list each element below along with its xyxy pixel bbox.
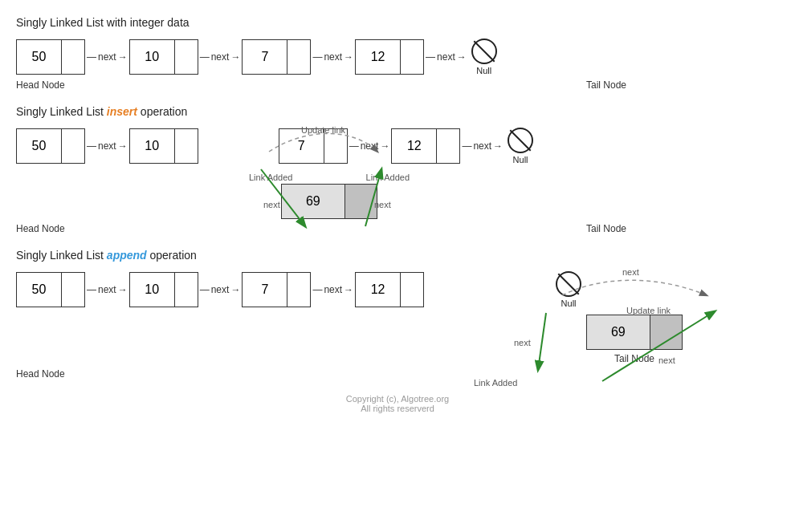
s2-arrow-4: —next→ <box>460 140 504 152</box>
tail-label-1: Tail Node <box>586 79 626 91</box>
footer-line2: All rights reserverd <box>16 404 779 413</box>
s3-node-50: 50 <box>16 272 85 307</box>
section1-list-row: 50 —next→ 10 —next→ <box>16 39 779 75</box>
s3-head-label: Head Node <box>16 368 84 380</box>
arrow-4: —next→ <box>424 51 468 63</box>
s2-link-added-2: Link Added <box>366 173 410 182</box>
node-50-box: 50 <box>16 39 85 75</box>
section2-diagram: 50 —next→ 10 —next→ 7 <box>16 128 779 234</box>
s2-node-50: 50 <box>16 128 85 164</box>
s2-node-10: 10 <box>129 128 198 164</box>
section3-new-node-area: 69 Tail Node <box>490 315 779 364</box>
null-circle-2 <box>508 128 533 153</box>
section2-labels: Head Node Tail Node <box>16 222 779 234</box>
section3-title: Singly Linked List append operation <box>16 249 779 262</box>
null-circle-1 <box>471 39 497 64</box>
s2-new-node-69: 69 <box>281 184 377 219</box>
section3-labels: Head Node <box>16 368 779 380</box>
section3: Singly Linked List append operation 50 —… <box>16 249 779 380</box>
null-symbol-2: Null <box>508 128 533 164</box>
arrow-3: —next→ <box>311 51 355 63</box>
node-7: 7 <box>242 39 311 75</box>
s3-arrow-2: —next→ <box>198 284 243 295</box>
arrow-2: —next→ <box>198 51 243 63</box>
section2: Singly Linked List insert operation 50 —… <box>16 105 779 234</box>
s2-arrow-3: —next→ <box>348 140 392 152</box>
s2-link-added-1: Link Added <box>249 173 292 182</box>
footer: Copyright (c), Algotree.org All rights r… <box>16 394 779 418</box>
footer-line1: Copyright (c), Algotree.org <box>16 394 779 404</box>
s3-node-7: 7 <box>242 272 311 307</box>
section1-title: Singly Linked List with integer data <box>16 16 779 29</box>
null-circle-3 <box>556 271 581 297</box>
s3-new-node-69: 69 <box>586 315 683 350</box>
s3-node-10: 10 <box>129 272 198 307</box>
null-symbol-3: Null <box>556 271 581 308</box>
section2-new-node-area: Link Added Link Added 69 <box>249 173 410 219</box>
main-container: Singly Linked List with integer data 50 … <box>0 0 795 426</box>
node-50: 50 <box>16 39 85 75</box>
node-12: 12 <box>355 39 424 75</box>
s2-tail-label: Tail Node <box>586 222 626 234</box>
s2-head-label: Head Node <box>16 222 84 234</box>
null-symbol-1: Null <box>471 39 497 75</box>
s2-node-7: 7 <box>279 128 348 164</box>
s3-arrow-1: —next→ <box>85 284 129 295</box>
s2-labels-above: Link Added Link Added <box>249 173 410 182</box>
section3-diagram: 50 —next→ 10 —next→ 7 <box>16 271 779 380</box>
section1: Singly Linked List with integer data 50 … <box>16 16 779 91</box>
section2-title: Singly Linked List insert operation <box>16 105 779 118</box>
s3-tail-label-new: Tail Node <box>614 353 654 364</box>
s2-node-12: 12 <box>391 128 460 164</box>
s3-node-12: 12 <box>355 272 424 307</box>
section1-title-text: Singly Linked List with integer data <box>16 16 190 29</box>
s3-arrow-3: —next→ <box>311 284 355 295</box>
arrow-1: —next→ <box>85 51 129 63</box>
section2-list-row: 50 —next→ 10 —next→ 7 <box>16 128 779 164</box>
head-label-1: Head Node <box>16 79 84 91</box>
s2-arrow-1: —next→ <box>85 140 129 152</box>
section3-list-row: 50 —next→ 10 —next→ 7 <box>16 271 779 308</box>
node-10: 10 <box>129 39 198 75</box>
section1-labels: Head Node Tail Node <box>16 79 779 91</box>
